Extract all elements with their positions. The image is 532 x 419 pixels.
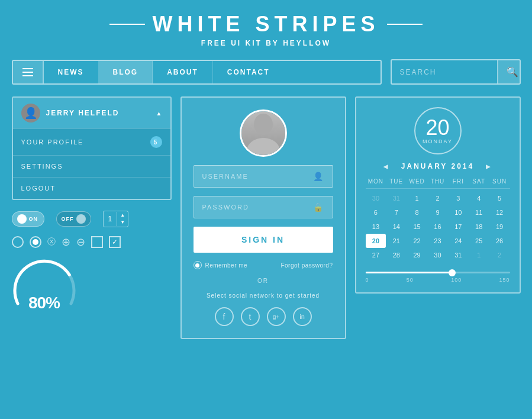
cal-cell[interactable]: 25: [469, 234, 489, 248]
password-input[interactable]: [202, 204, 313, 211]
cal-cell[interactable]: 21: [386, 234, 407, 248]
cal-cell[interactable]: 5: [489, 191, 510, 205]
profile-item[interactable]: YOUR PROFILE 5: [13, 128, 170, 155]
cal-cell[interactable]: 1: [407, 191, 427, 205]
cal-cell[interactable]: 16: [427, 220, 448, 234]
radio-checked[interactable]: [30, 236, 41, 248]
calendar-header: MON TUE WED THU FRI SAT SUN: [366, 178, 510, 189]
minus-button[interactable]: ⊖: [76, 236, 85, 249]
cal-cell[interactable]: 2: [489, 248, 510, 262]
forgot-password-link[interactable]: Forgot password?: [280, 262, 333, 269]
nav-row: NEWS BLOG ABOUT CONTACT 🔍: [12, 59, 521, 85]
username-field-wrapper: 👤: [194, 165, 333, 188]
month-year-label: JANUARY 2014: [401, 162, 474, 170]
cal-next-button[interactable]: ▸: [486, 162, 492, 171]
cal-cell[interactable]: 30: [366, 191, 386, 205]
toggle-on[interactable]: ON: [12, 211, 44, 227]
toggle-on-label: ON: [29, 216, 38, 222]
user-header[interactable]: 👤 JERRY HELFELD ▲: [13, 98, 170, 128]
cal-week-1: 30 31 1 2 3 4 5: [366, 191, 510, 205]
checkbox-checked[interactable]: ✓: [109, 236, 121, 248]
title-text: WHITE STRIPES: [152, 12, 379, 37]
username-input[interactable]: [202, 173, 313, 180]
social-text: Select social network to get started: [207, 292, 320, 299]
stepper-down-button[interactable]: ▼: [117, 219, 128, 226]
cal-cell[interactable]: 29: [407, 248, 427, 262]
settings-item[interactable]: SETTINGS: [13, 155, 170, 177]
cal-cell[interactable]: 7: [386, 205, 407, 220]
cal-cell[interactable]: 11: [469, 205, 489, 220]
search-bar: 🔍: [391, 59, 521, 85]
cal-cell[interactable]: 4: [469, 191, 489, 205]
hamburger-button[interactable]: [13, 61, 44, 83]
sign-in-button[interactable]: SIGN IN: [194, 227, 333, 253]
cal-cell[interactable]: 8: [407, 205, 427, 220]
cal-cell[interactable]: 1: [469, 248, 489, 262]
left-panel: 👤 JERRY HELFELD ▲ YOUR PROFILE 5 SETTING…: [12, 96, 172, 312]
cal-cell[interactable]: 6: [366, 205, 386, 220]
facebook-button[interactable]: f: [215, 307, 234, 326]
radio-unchecked[interactable]: [12, 236, 24, 248]
cal-cell[interactable]: 23: [427, 234, 448, 248]
svg-point-0: [254, 114, 273, 135]
toggle-off-label: OFF: [62, 216, 74, 222]
date-display: 20 MONDAY: [366, 107, 510, 154]
twitter-button[interactable]: t: [241, 307, 260, 326]
radio-row: ⓧ ⊕ ⊖ ✓: [12, 236, 172, 249]
cal-prev-button[interactable]: ◂: [383, 162, 389, 171]
cal-cell[interactable]: 30: [427, 248, 448, 262]
search-button[interactable]: 🔍: [497, 60, 521, 83]
toggle-knob-off: [76, 214, 86, 224]
app-subtitle: FREE UI KIT BY HEYLLOW: [12, 39, 520, 47]
cal-cell[interactable]: 31: [386, 191, 407, 205]
plus-button[interactable]: ⊕: [62, 237, 70, 247]
nav-item-contact[interactable]: CONTACT: [213, 61, 284, 83]
cal-cell[interactable]: 13: [366, 220, 386, 234]
user-dropdown: 👤 JERRY HELFELD ▲ YOUR PROFILE 5 SETTING…: [12, 96, 172, 200]
logout-item[interactable]: LOGOUT: [13, 177, 170, 199]
checkbox-unchecked[interactable]: [91, 236, 103, 248]
cal-cell[interactable]: 24: [448, 234, 469, 248]
slider-track: [366, 272, 510, 273]
cal-today[interactable]: 20: [366, 234, 386, 248]
nav-item-about[interactable]: ABOUT: [153, 61, 213, 83]
progress-label: 80%: [28, 294, 60, 312]
slider-labels: 0 50 100 150: [366, 277, 510, 283]
cal-cell[interactable]: 18: [469, 220, 489, 234]
password-field-wrapper: 🔒: [194, 196, 333, 218]
nav-item-blog[interactable]: BLOG: [99, 61, 153, 83]
slider-thumb[interactable]: [449, 269, 456, 276]
cal-cell[interactable]: 31: [448, 248, 469, 262]
calendar-grid: MON TUE WED THU FRI SAT SUN 30 31 1 2 3 …: [366, 178, 510, 262]
nav-item-news[interactable]: NEWS: [44, 61, 99, 83]
cal-cell[interactable]: 10: [448, 205, 469, 220]
cal-cell[interactable]: 22: [407, 234, 427, 248]
chevron-up-icon: ▲: [156, 110, 162, 117]
linkedin-button[interactable]: in: [293, 307, 312, 326]
cal-cell[interactable]: 28: [386, 248, 407, 262]
social-icons-row: f t g+ in: [215, 307, 312, 326]
cal-cell[interactable]: 17: [448, 220, 469, 234]
cal-cell[interactable]: 27: [366, 248, 386, 262]
googleplus-button[interactable]: g+: [267, 307, 286, 326]
remember-radio[interactable]: [194, 261, 202, 269]
stepper-up-button[interactable]: ▲: [117, 212, 128, 219]
cal-cell[interactable]: 15: [407, 220, 427, 234]
header: WHITE STRIPES FREE UI KIT BY HEYLLOW: [12, 12, 520, 47]
title-line-left: [109, 24, 145, 25]
number-stepper: 1 ▲ ▼: [103, 211, 129, 227]
cal-cell[interactable]: 3: [448, 191, 469, 205]
or-divider: OR: [257, 278, 269, 284]
toggle-knob-on: [17, 214, 27, 224]
search-input[interactable]: [392, 61, 497, 83]
cal-cell[interactable]: 14: [386, 220, 407, 234]
login-avatar: [240, 109, 287, 157]
cal-cell[interactable]: 2: [427, 191, 448, 205]
toggle-off[interactable]: OFF: [56, 211, 91, 227]
cal-cell[interactable]: 12: [489, 205, 510, 220]
cal-cell[interactable]: 19: [489, 220, 510, 234]
cal-cell[interactable]: 26: [489, 234, 510, 248]
remember-row: Remember me Forgot password?: [194, 261, 333, 269]
cal-cell[interactable]: 9: [427, 205, 448, 220]
x-button[interactable]: ⓧ: [47, 237, 56, 247]
